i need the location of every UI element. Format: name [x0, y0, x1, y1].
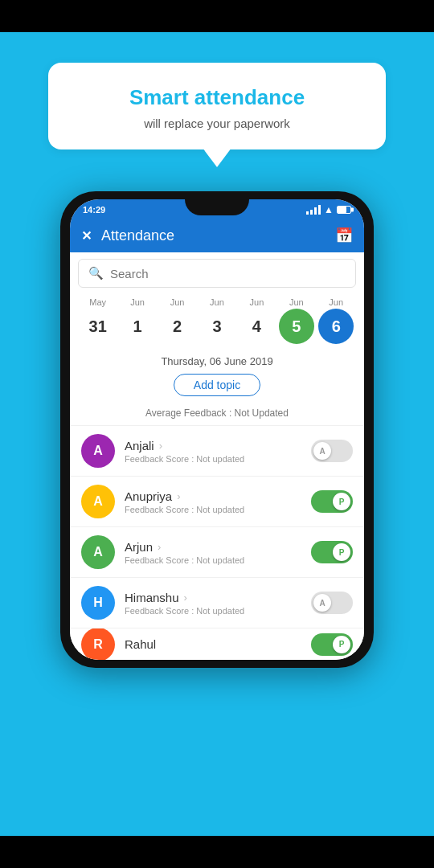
student-name: Rahul: [125, 637, 301, 651]
toggle-knob: P: [333, 543, 350, 561]
table-row: R Rahul P: [70, 628, 364, 660]
back-button[interactable]: ✕: [81, 228, 92, 244]
avatar: A: [81, 535, 115, 569]
avatar: A: [81, 434, 115, 468]
chevron-right-icon: ›: [158, 541, 161, 553]
bottom-black-bar: [0, 836, 434, 868]
calendar-dates-row: 31 1 2 3 4 5 6: [78, 309, 356, 350]
toggle-on[interactable]: P: [311, 490, 353, 513]
battery-icon: [337, 206, 351, 214]
avg-feedback-label: Average Feedback :: [145, 407, 235, 419]
add-topic-button[interactable]: Add topic: [174, 374, 260, 396]
calendar-button[interactable]: 📅: [335, 227, 353, 244]
student-name[interactable]: Anjali ›: [125, 439, 301, 452]
toggle-knob: A: [313, 442, 331, 460]
cal-day-5: Jun: [279, 297, 314, 307]
bubble-subtitle: will replace your paperwork: [72, 117, 362, 130]
cal-date-1[interactable]: 1: [120, 309, 155, 344]
toggle-off[interactable]: A: [311, 440, 353, 462]
cal-date-2[interactable]: 2: [160, 309, 195, 344]
avg-feedback-value: Not Updated: [235, 407, 289, 419]
cal-date-0[interactable]: 31: [80, 309, 116, 344]
avatar: H: [81, 586, 115, 620]
table-row: A Arjun › Feedback Score : Not updated P: [70, 526, 364, 577]
signal-icon: [306, 205, 321, 215]
search-bar[interactable]: 🔍: [78, 259, 356, 288]
phone-screen: 14:29 ▲: [70, 199, 364, 660]
wifi-icon: ▲: [324, 204, 334, 215]
cal-date-4[interactable]: 4: [239, 309, 274, 344]
chevron-right-icon: ›: [159, 440, 162, 452]
status-time: 14:29: [83, 205, 105, 215]
toggle-knob: A: [313, 594, 331, 612]
student-name[interactable]: Arjun ›: [125, 540, 301, 554]
calendar-strip: May Jun Jun Jun Jun Jun Jun 31 1 2 3 4: [70, 294, 364, 350]
student-info: Rahul: [125, 637, 301, 651]
attendance-toggle[interactable]: A: [311, 440, 353, 462]
toggle-on[interactable]: P: [311, 541, 353, 563]
cal-day-3: Jun: [199, 297, 235, 307]
cal-day-6: Jun: [318, 297, 354, 307]
student-info: Arjun › Feedback Score : Not updated: [125, 540, 301, 565]
app-title: Attendance: [101, 227, 326, 244]
toggle-knob: P: [333, 493, 350, 510]
search-icon: 🔍: [88, 266, 104, 280]
phone-body: 14:29 ▲: [60, 191, 374, 668]
search-input[interactable]: [110, 267, 346, 280]
table-row: H Himanshu › Feedback Score : Not update…: [70, 577, 364, 628]
students-list: A Anjali › Feedback Score : Not updated …: [70, 425, 364, 660]
avatar: R: [81, 628, 115, 660]
student-name[interactable]: Himanshu ›: [125, 591, 301, 604]
cal-day-1: Jun: [120, 297, 155, 307]
attendance-toggle[interactable]: P: [311, 541, 353, 563]
table-row: A Anjali › Feedback Score : Not updated …: [70, 425, 364, 476]
student-info: Anjali › Feedback Score : Not updated: [125, 439, 301, 464]
status-icons: ▲: [306, 204, 351, 215]
student-score: Feedback Score : Not updated: [125, 555, 301, 565]
student-name[interactable]: Anupriya ›: [125, 489, 301, 503]
cal-day-0: May: [80, 297, 116, 307]
phone-notch: [185, 199, 249, 215]
phone-frame: 14:29 ▲: [60, 191, 374, 668]
app-bar: ✕ Attendance 📅: [70, 219, 364, 252]
toggle-off[interactable]: A: [311, 592, 353, 614]
attendance-toggle[interactable]: A: [311, 592, 353, 614]
student-score: Feedback Score : Not updated: [125, 505, 301, 514]
main-background: Smart attendance will replace your paper…: [0, 32, 434, 836]
student-score: Feedback Score : Not updated: [125, 606, 301, 616]
student-info: Himanshu › Feedback Score : Not updated: [125, 591, 301, 616]
avg-feedback: Average Feedback : Not Updated: [70, 407, 364, 425]
student-score: Feedback Score : Not updated: [125, 454, 301, 464]
chevron-right-icon: ›: [184, 592, 187, 604]
cal-day-2: Jun: [160, 297, 195, 307]
calendar-days-row: May Jun Jun Jun Jun Jun Jun: [78, 297, 356, 309]
cal-date-6[interactable]: 6: [318, 309, 354, 344]
cal-date-3[interactable]: 3: [199, 309, 235, 344]
top-black-bar: [0, 0, 434, 32]
date-heading: Thursday, 06 June 2019: [70, 350, 364, 374]
toggle-on[interactable]: P: [311, 633, 353, 656]
student-info: Anupriya › Feedback Score : Not updated: [125, 489, 301, 514]
toggle-knob: P: [333, 636, 350, 653]
attendance-toggle[interactable]: P: [311, 490, 353, 513]
chevron-right-icon: ›: [177, 490, 180, 502]
table-row: A Anupriya › Feedback Score : Not update…: [70, 476, 364, 526]
speech-bubble: Smart attendance will replace your paper…: [48, 63, 386, 149]
bubble-title: Smart attendance: [72, 85, 362, 110]
cal-day-4: Jun: [239, 297, 274, 307]
cal-date-5[interactable]: 5: [279, 309, 314, 344]
avatar: A: [81, 485, 115, 518]
